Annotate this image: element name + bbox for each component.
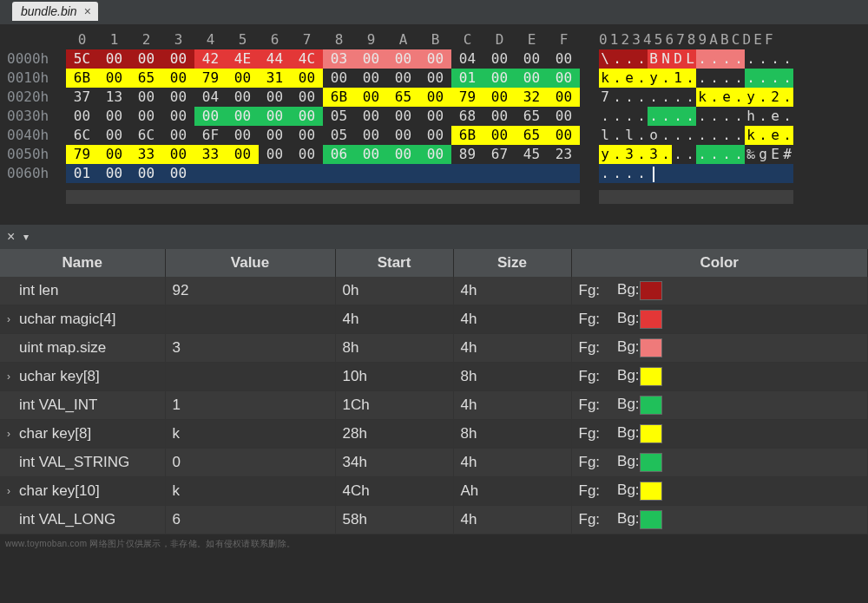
expand-arrow-icon[interactable]: › xyxy=(7,485,16,497)
ascii-char[interactable]: . xyxy=(745,69,757,88)
color-swatch[interactable] xyxy=(640,338,662,357)
ascii-char[interactable]: . xyxy=(733,126,745,145)
hex-byte[interactable]: 00 xyxy=(483,49,516,69)
ascii-char[interactable]: . xyxy=(684,88,696,107)
ascii-char[interactable]: . xyxy=(672,145,684,164)
hex-byte[interactable] xyxy=(419,164,451,183)
hex-byte[interactable]: 67 xyxy=(483,145,516,164)
ascii-char[interactable]: . xyxy=(611,107,623,126)
hex-byte[interactable]: 6F xyxy=(194,126,227,145)
hex-byte[interactable]: 01 xyxy=(66,164,98,183)
hex-byte[interactable]: 00 xyxy=(130,49,162,69)
ascii-char[interactable]: . xyxy=(684,107,696,126)
hex-byte[interactable]: 00 xyxy=(130,107,162,126)
ascii-char[interactable]: . xyxy=(599,164,611,183)
hex-byte[interactable]: 00 xyxy=(291,126,323,145)
ascii-char[interactable] xyxy=(733,164,745,183)
ascii-char[interactable]: L xyxy=(684,49,696,69)
hex-byte[interactable]: 65 xyxy=(516,126,548,145)
hex-byte[interactable]: 00 xyxy=(548,49,580,69)
hex-byte[interactable]: 00 xyxy=(227,107,259,126)
hex-byte[interactable] xyxy=(387,164,419,183)
table-row[interactable]: ›uchar magic[4]4h4hFg:Bg: xyxy=(0,305,868,334)
hex-byte[interactable]: 00 xyxy=(227,145,259,164)
hex-byte[interactable]: 00 xyxy=(419,88,451,107)
ascii-char[interactable]: 3 xyxy=(648,145,660,164)
ascii-char[interactable]: . xyxy=(781,69,793,88)
header-color[interactable]: Color xyxy=(571,249,868,277)
ascii-char[interactable]: . xyxy=(635,164,648,183)
color-swatch[interactable] xyxy=(640,396,662,415)
ascii-char[interactable]: . xyxy=(635,88,648,107)
hex-byte[interactable]: 00 xyxy=(387,126,419,145)
hex-byte[interactable]: 00 xyxy=(419,145,451,164)
ascii-char[interactable]: . xyxy=(660,145,672,164)
hex-byte[interactable]: 00 xyxy=(323,69,355,88)
hex-byte[interactable] xyxy=(483,164,516,183)
ascii-char[interactable]: . xyxy=(696,49,708,69)
ascii-char[interactable]: e xyxy=(769,126,781,145)
hex-byte[interactable]: 33 xyxy=(130,145,162,164)
ascii-char[interactable]: . xyxy=(648,107,660,126)
hex-byte[interactable]: 79 xyxy=(451,88,483,107)
hex-byte[interactable]: 00 xyxy=(194,107,227,126)
ascii-char[interactable]: . xyxy=(720,126,733,145)
hex-byte[interactable]: 6C xyxy=(66,126,98,145)
hex-byte[interactable]: 6B xyxy=(66,69,98,88)
ascii-char[interactable]: . xyxy=(635,145,648,164)
ascii-char[interactable]: . xyxy=(708,69,720,88)
ascii-char[interactable]: . xyxy=(611,164,623,183)
ascii-char[interactable]: B xyxy=(648,49,660,69)
ascii-char[interactable] xyxy=(672,164,684,183)
ascii-char[interactable] xyxy=(684,164,696,183)
hex-byte[interactable]: 00 xyxy=(419,107,451,126)
ascii-char[interactable]: . xyxy=(660,126,672,145)
hex-byte[interactable]: 00 xyxy=(98,107,130,126)
hex-byte[interactable]: 31 xyxy=(259,69,291,88)
hex-byte[interactable]: 00 xyxy=(162,145,194,164)
expand-arrow-icon[interactable]: › xyxy=(7,370,16,383)
hex-byte[interactable]: 04 xyxy=(451,49,483,69)
ascii-char[interactable]: y xyxy=(599,145,611,164)
hex-byte[interactable]: 65 xyxy=(130,69,162,88)
ascii-char[interactable]: . xyxy=(733,88,745,107)
table-row[interactable]: ›int VAL_LONG658h4hFg:Bg: xyxy=(0,506,868,534)
ascii-char[interactable]: . xyxy=(733,69,745,88)
hex-byte[interactable]: 89 xyxy=(451,145,483,164)
hex-scrub-bar[interactable] xyxy=(66,190,580,204)
ascii-char[interactable]: g xyxy=(757,145,769,164)
ascii-char[interactable]: . xyxy=(696,69,708,88)
hex-byte[interactable]: 00 xyxy=(162,164,194,183)
ascii-char[interactable]: . xyxy=(660,107,672,126)
ascii-char[interactable] xyxy=(769,164,781,183)
ascii-char[interactable]: ‰ xyxy=(745,145,757,164)
ascii-char[interactable]: 3 xyxy=(623,145,635,164)
ascii-char[interactable]: . xyxy=(720,69,733,88)
table-row[interactable]: ›uint map.size38h4hFg:Bg: xyxy=(0,334,868,363)
ascii-char[interactable]: . xyxy=(757,69,769,88)
hex-byte[interactable]: 00 xyxy=(259,126,291,145)
hex-byte[interactable]: 00 xyxy=(483,69,516,88)
table-row[interactable]: ›int len920h4hFg:Bg: xyxy=(0,277,868,305)
ascii-char[interactable]: . xyxy=(672,126,684,145)
hex-byte[interactable]: 23 xyxy=(548,145,580,164)
color-swatch[interactable] xyxy=(640,510,662,529)
color-swatch[interactable] xyxy=(640,281,662,300)
ascii-char[interactable] xyxy=(720,164,733,183)
ascii-char[interactable]: E xyxy=(769,145,781,164)
ascii-char[interactable]: # xyxy=(781,145,793,164)
ascii-char[interactable]: . xyxy=(781,49,793,69)
ascii-char[interactable]: y xyxy=(648,69,660,88)
hex-byte[interactable]: 32 xyxy=(516,88,548,107)
color-swatch[interactable] xyxy=(640,453,662,472)
ascii-char[interactable]: . xyxy=(708,88,720,107)
hex-byte[interactable]: 00 xyxy=(291,88,323,107)
hex-byte[interactable]: 00 xyxy=(355,88,387,107)
ascii-char[interactable] xyxy=(781,164,793,183)
ascii-char[interactable]: . xyxy=(660,88,672,107)
ascii-char[interactable]: . xyxy=(684,126,696,145)
ascii-char[interactable]: . xyxy=(733,107,745,126)
hex-byte[interactable]: 00 xyxy=(483,88,516,107)
table-row[interactable]: ›char key[8]k28h8hFg:Bg: xyxy=(0,420,868,449)
hex-byte[interactable]: 00 xyxy=(259,107,291,126)
